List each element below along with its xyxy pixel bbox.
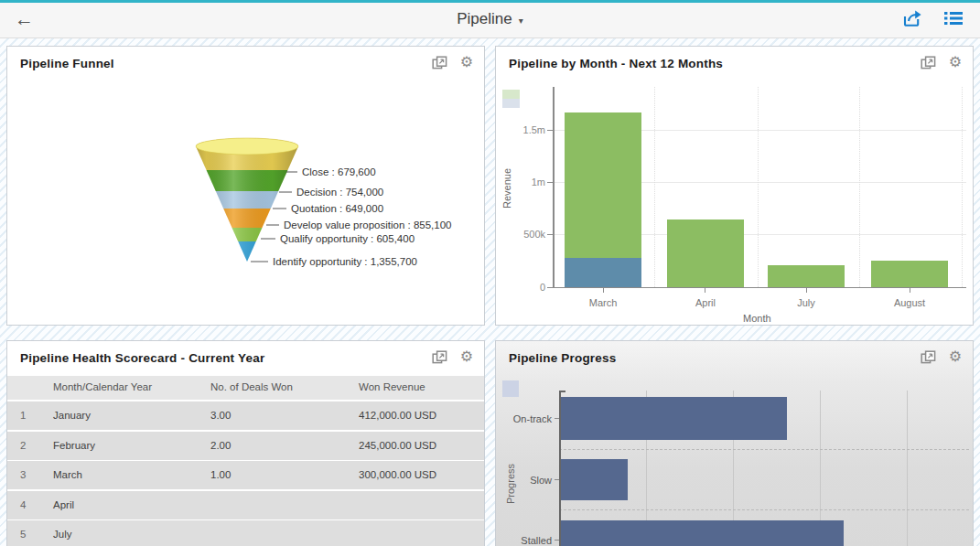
- x-axis-title: Month: [743, 313, 771, 324]
- y-tick: [547, 130, 553, 131]
- legend-swatch[interactable]: [502, 380, 519, 397]
- cell-month: February: [53, 440, 95, 451]
- y-tick: [555, 418, 559, 419]
- xtick-july: July: [765, 297, 847, 308]
- x-tick: [603, 288, 604, 293]
- funnel-label-decision: Decision : 754,000: [296, 187, 383, 198]
- gear-icon[interactable]: ⚙: [949, 349, 962, 364]
- topbar: ← Pipeline ▾: [0, 0, 980, 38]
- axis-top-tick: [559, 391, 565, 392]
- ytick-1m: 1m: [509, 177, 545, 187]
- cell-deals: 3.00: [210, 410, 231, 421]
- column-header-deals: No. of Deals Won: [210, 381, 293, 392]
- cell-month: January: [53, 410, 91, 421]
- table-row[interactable]: 5 July: [7, 520, 484, 546]
- panel-pipeline-health-scorecard: Pipeline Health Scorecard - Current Year…: [6, 340, 485, 546]
- table-row[interactable]: 2 February 2.00 245,000.00 USD: [7, 432, 484, 460]
- popup-icon[interactable]: [921, 350, 936, 364]
- table-row[interactable]: 3 March 1.00 300,000.00 USD: [7, 461, 484, 489]
- x-tick: [910, 288, 910, 293]
- popup-icon[interactable]: [921, 56, 936, 70]
- bar-march-lower-segment[interactable]: [565, 258, 641, 287]
- y-tick: [547, 287, 553, 288]
- y-tick: [555, 540, 559, 541]
- gear-icon[interactable]: ⚙: [949, 55, 962, 70]
- column-header-month: Month/Calendar Year: [53, 381, 152, 392]
- y-tick: [555, 479, 559, 480]
- panel-title: Pipeline Health Scorecard - Current Year: [20, 351, 264, 365]
- panel-title: Pipeline Funnel: [20, 57, 114, 70]
- ytick-500k: 500k: [509, 229, 545, 240]
- ytick-1.5m: 1.5m: [509, 124, 545, 135]
- bar-august-upper-segment[interactable]: [871, 261, 948, 287]
- cell-month: April: [53, 499, 74, 510]
- x-axis: [553, 287, 966, 288]
- funnel-chart[interactable]: Close : 679,600 Decision : 754,000 Quota…: [7, 74, 484, 321]
- cell-deals: 1.00: [210, 469, 231, 480]
- y-axis-title: Revenue: [501, 168, 512, 209]
- funnel-labels: Close : 679,600 Decision : 754,000 Quota…: [273, 166, 452, 267]
- panel-title: Pipeline Progress: [509, 351, 616, 365]
- funnel-label-qualify: Qualify opportunity : 605,400: [280, 233, 415, 244]
- panel-title: Pipeline by Month - Next 12 Months: [509, 57, 723, 70]
- column-header-revenue: Won Revenue: [359, 381, 425, 392]
- row-number: 4: [20, 499, 26, 510]
- chevron-down-icon: ▾: [519, 16, 523, 26]
- popup-icon[interactable]: [432, 56, 447, 70]
- dashboard-title-dropdown[interactable]: Pipeline ▾: [0, 0, 980, 37]
- row-number: 1: [20, 410, 26, 421]
- bar-april-upper-segment[interactable]: [667, 219, 744, 287]
- funnel-label-develop: Develop value proposition : 855,100: [284, 219, 452, 230]
- funnel-label-identify: Identify opportunity : 1,355,700: [273, 256, 417, 267]
- cell-month: March: [53, 469, 82, 480]
- page-title: Pipeline: [457, 10, 512, 28]
- table-row[interactable]: 4 April: [7, 491, 484, 519]
- bar-slow[interactable]: [561, 459, 628, 500]
- cell-revenue: 245,000.00 USD: [359, 440, 436, 451]
- funnel-label-quotation: Quotation : 649,000: [291, 203, 383, 214]
- xtick-april: April: [664, 297, 747, 308]
- xtick-march: March: [562, 297, 644, 308]
- x-tick: [705, 288, 705, 293]
- list-view-icon[interactable]: [943, 10, 964, 27]
- ytick-0: 0: [509, 282, 545, 293]
- table-row[interactable]: 1 January 3.00 412,000.00 USD: [7, 401, 484, 430]
- ytick-stalled: Stalled: [501, 535, 552, 546]
- gear-icon[interactable]: ⚙: [460, 349, 473, 364]
- panel-pipeline-progress: Pipeline Progress ⚙ On-track Slow Stalle…: [495, 340, 974, 546]
- funnel-top-ellipse: [196, 138, 298, 155]
- y-tick: [547, 182, 553, 183]
- cell-revenue: 412,000.00 USD: [359, 410, 436, 421]
- gear-icon[interactable]: ⚙: [460, 55, 473, 70]
- cell-revenue: 300,000.00 USD: [359, 469, 436, 480]
- row-number: 5: [20, 529, 26, 540]
- panel-pipeline-funnel: Pipeline Funnel ⚙: [6, 46, 485, 326]
- cell-deals: 2.00: [210, 440, 231, 451]
- x-tick: [806, 288, 807, 293]
- bar-march-upper-segment[interactable]: [565, 112, 641, 258]
- xtick-august: August: [868, 297, 951, 308]
- row-number: 2: [20, 440, 26, 451]
- table-header-row: Month/Calendar Year No. of Deals Won Won…: [7, 376, 484, 400]
- ytick-on-track: On-track: [501, 413, 552, 424]
- popup-icon[interactable]: [432, 350, 447, 364]
- funnel-label-close: Close : 679,600: [302, 166, 376, 177]
- y-axis: [553, 87, 555, 288]
- legend-swatch-green[interactable]: [502, 90, 520, 99]
- legend-swatch-blue[interactable]: [502, 99, 520, 108]
- cell-month: July: [53, 529, 71, 540]
- row-number: 3: [20, 469, 26, 480]
- bar-july-upper-segment[interactable]: [768, 265, 845, 287]
- share-icon[interactable]: [901, 9, 923, 27]
- bar-stalled[interactable]: [561, 520, 844, 546]
- panel-pipeline-by-month: Pipeline by Month - Next 12 Months ⚙ 0 5…: [495, 46, 974, 326]
- bar-on-track[interactable]: [561, 397, 787, 440]
- y-axis-title: Progress: [505, 464, 516, 504]
- y-tick: [547, 234, 553, 235]
